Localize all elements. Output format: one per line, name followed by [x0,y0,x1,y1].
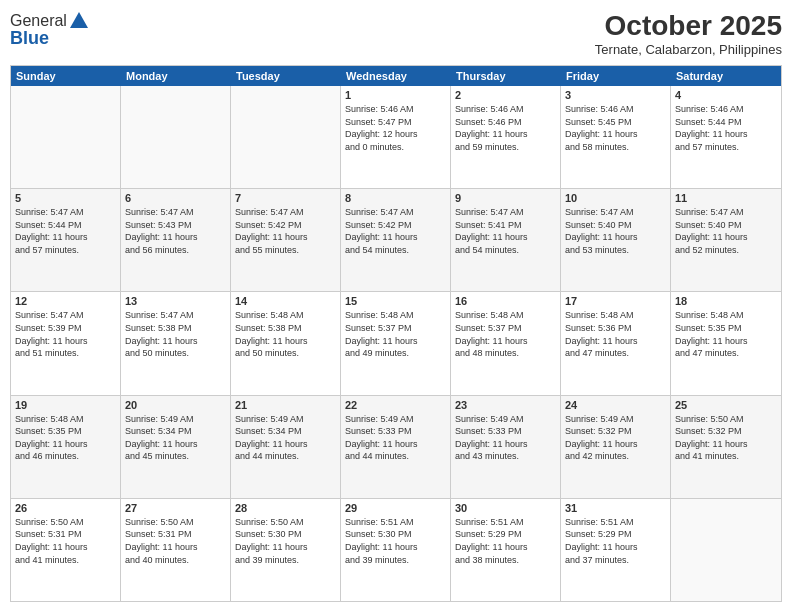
calendar-cell: 12Sunrise: 5:47 AM Sunset: 5:39 PM Dayli… [11,292,121,394]
calendar-cell: 28Sunrise: 5:50 AM Sunset: 5:30 PM Dayli… [231,499,341,601]
calendar-cell: 26Sunrise: 5:50 AM Sunset: 5:31 PM Dayli… [11,499,121,601]
cell-day-number: 25 [675,399,777,411]
calendar-row-4: 26Sunrise: 5:50 AM Sunset: 5:31 PM Dayli… [11,499,781,601]
calendar-cell [671,499,781,601]
calendar-cell [11,86,121,188]
cell-info: Sunrise: 5:48 AM Sunset: 5:35 PM Dayligh… [675,309,777,359]
cell-day-number: 11 [675,192,777,204]
cell-day-number: 27 [125,502,226,514]
calendar-cell: 22Sunrise: 5:49 AM Sunset: 5:33 PM Dayli… [341,396,451,498]
cell-day-number: 4 [675,89,777,101]
cell-info: Sunrise: 5:47 AM Sunset: 5:39 PM Dayligh… [15,309,116,359]
cell-day-number: 30 [455,502,556,514]
cell-day-number: 1 [345,89,446,101]
cell-day-number: 24 [565,399,666,411]
cell-day-number: 9 [455,192,556,204]
cell-info: Sunrise: 5:49 AM Sunset: 5:33 PM Dayligh… [455,413,556,463]
calendar-cell: 27Sunrise: 5:50 AM Sunset: 5:31 PM Dayli… [121,499,231,601]
calendar-row-2: 12Sunrise: 5:47 AM Sunset: 5:39 PM Dayli… [11,292,781,395]
cell-info: Sunrise: 5:48 AM Sunset: 5:36 PM Dayligh… [565,309,666,359]
cell-info: Sunrise: 5:51 AM Sunset: 5:29 PM Dayligh… [565,516,666,566]
logo: General Blue [10,10,91,49]
calendar-row-1: 5Sunrise: 5:47 AM Sunset: 5:44 PM Daylig… [11,189,781,292]
calendar-cell: 14Sunrise: 5:48 AM Sunset: 5:38 PM Dayli… [231,292,341,394]
cell-info: Sunrise: 5:49 AM Sunset: 5:34 PM Dayligh… [125,413,226,463]
cell-info: Sunrise: 5:47 AM Sunset: 5:42 PM Dayligh… [345,206,446,256]
header-saturday: Saturday [671,66,781,86]
calendar-cell: 30Sunrise: 5:51 AM Sunset: 5:29 PM Dayli… [451,499,561,601]
cell-day-number: 17 [565,295,666,307]
cell-info: Sunrise: 5:47 AM Sunset: 5:42 PM Dayligh… [235,206,336,256]
calendar-cell [231,86,341,188]
calendar-cell: 21Sunrise: 5:49 AM Sunset: 5:34 PM Dayli… [231,396,341,498]
calendar-cell: 5Sunrise: 5:47 AM Sunset: 5:44 PM Daylig… [11,189,121,291]
calendar-cell: 31Sunrise: 5:51 AM Sunset: 5:29 PM Dayli… [561,499,671,601]
cell-info: Sunrise: 5:50 AM Sunset: 5:30 PM Dayligh… [235,516,336,566]
header-tuesday: Tuesday [231,66,341,86]
cell-day-number: 23 [455,399,556,411]
cell-info: Sunrise: 5:46 AM Sunset: 5:45 PM Dayligh… [565,103,666,153]
calendar-cell: 11Sunrise: 5:47 AM Sunset: 5:40 PM Dayli… [671,189,781,291]
cell-day-number: 13 [125,295,226,307]
cell-day-number: 29 [345,502,446,514]
cell-info: Sunrise: 5:48 AM Sunset: 5:37 PM Dayligh… [345,309,446,359]
cell-day-number: 19 [15,399,116,411]
header-monday: Monday [121,66,231,86]
calendar-cell: 10Sunrise: 5:47 AM Sunset: 5:40 PM Dayli… [561,189,671,291]
calendar-cell: 7Sunrise: 5:47 AM Sunset: 5:42 PM Daylig… [231,189,341,291]
cell-info: Sunrise: 5:48 AM Sunset: 5:37 PM Dayligh… [455,309,556,359]
cell-info: Sunrise: 5:47 AM Sunset: 5:40 PM Dayligh… [675,206,777,256]
cell-info: Sunrise: 5:51 AM Sunset: 5:29 PM Dayligh… [455,516,556,566]
cell-day-number: 31 [565,502,666,514]
calendar-cell: 24Sunrise: 5:49 AM Sunset: 5:32 PM Dayli… [561,396,671,498]
cell-day-number: 2 [455,89,556,101]
cell-day-number: 3 [565,89,666,101]
cell-info: Sunrise: 5:50 AM Sunset: 5:31 PM Dayligh… [15,516,116,566]
cell-day-number: 7 [235,192,336,204]
calendar: Sunday Monday Tuesday Wednesday Thursday… [10,65,782,602]
cell-info: Sunrise: 5:46 AM Sunset: 5:44 PM Dayligh… [675,103,777,153]
calendar-cell: 23Sunrise: 5:49 AM Sunset: 5:33 PM Dayli… [451,396,561,498]
cell-day-number: 28 [235,502,336,514]
month-title: October 2025 [595,10,782,42]
cell-day-number: 21 [235,399,336,411]
calendar-cell: 19Sunrise: 5:48 AM Sunset: 5:35 PM Dayli… [11,396,121,498]
cell-day-number: 14 [235,295,336,307]
calendar-header: Sunday Monday Tuesday Wednesday Thursday… [11,66,781,86]
cell-day-number: 16 [455,295,556,307]
cell-info: Sunrise: 5:49 AM Sunset: 5:33 PM Dayligh… [345,413,446,463]
calendar-cell: 25Sunrise: 5:50 AM Sunset: 5:32 PM Dayli… [671,396,781,498]
cell-info: Sunrise: 5:47 AM Sunset: 5:43 PM Dayligh… [125,206,226,256]
page: General Blue October 2025 Ternate, Calab… [0,0,792,612]
cell-info: Sunrise: 5:49 AM Sunset: 5:34 PM Dayligh… [235,413,336,463]
cell-day-number: 22 [345,399,446,411]
calendar-cell: 9Sunrise: 5:47 AM Sunset: 5:41 PM Daylig… [451,189,561,291]
header-sunday: Sunday [11,66,121,86]
calendar-cell: 3Sunrise: 5:46 AM Sunset: 5:45 PM Daylig… [561,86,671,188]
header-wednesday: Wednesday [341,66,451,86]
cell-info: Sunrise: 5:47 AM Sunset: 5:41 PM Dayligh… [455,206,556,256]
calendar-cell: 16Sunrise: 5:48 AM Sunset: 5:37 PM Dayli… [451,292,561,394]
cell-info: Sunrise: 5:46 AM Sunset: 5:46 PM Dayligh… [455,103,556,153]
cell-info: Sunrise: 5:48 AM Sunset: 5:35 PM Dayligh… [15,413,116,463]
calendar-cell: 20Sunrise: 5:49 AM Sunset: 5:34 PM Dayli… [121,396,231,498]
cell-day-number: 20 [125,399,226,411]
calendar-cell: 2Sunrise: 5:46 AM Sunset: 5:46 PM Daylig… [451,86,561,188]
calendar-cell: 6Sunrise: 5:47 AM Sunset: 5:43 PM Daylig… [121,189,231,291]
title-block: October 2025 Ternate, Calabarzon, Philip… [595,10,782,57]
cell-day-number: 8 [345,192,446,204]
calendar-row-0: 1Sunrise: 5:46 AM Sunset: 5:47 PM Daylig… [11,86,781,189]
cell-day-number: 15 [345,295,446,307]
cell-info: Sunrise: 5:46 AM Sunset: 5:47 PM Dayligh… [345,103,446,153]
calendar-cell: 18Sunrise: 5:48 AM Sunset: 5:35 PM Dayli… [671,292,781,394]
logo-icon [68,10,90,32]
calendar-cell [121,86,231,188]
calendar-cell: 13Sunrise: 5:47 AM Sunset: 5:38 PM Dayli… [121,292,231,394]
cell-info: Sunrise: 5:48 AM Sunset: 5:38 PM Dayligh… [235,309,336,359]
cell-day-number: 6 [125,192,226,204]
header: General Blue October 2025 Ternate, Calab… [10,10,782,57]
cell-day-number: 5 [15,192,116,204]
header-friday: Friday [561,66,671,86]
cell-info: Sunrise: 5:47 AM Sunset: 5:38 PM Dayligh… [125,309,226,359]
cell-info: Sunrise: 5:51 AM Sunset: 5:30 PM Dayligh… [345,516,446,566]
